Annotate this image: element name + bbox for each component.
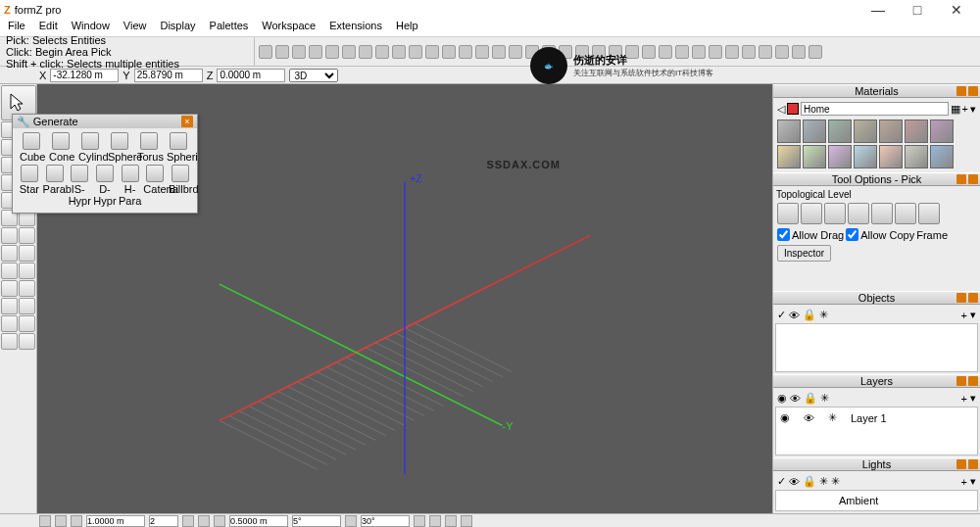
lt-plus-icon[interactable]: +	[961, 476, 967, 488]
maximize-button[interactable]: □	[898, 2, 937, 18]
layers-min-icon[interactable]	[956, 376, 966, 386]
grid-icon[interactable]: ▦	[951, 103, 960, 116]
lt-eye-icon[interactable]: 👁	[789, 476, 800, 488]
toolopt-min-icon[interactable]	[956, 174, 966, 184]
ribbon-tool-30[interactable]	[759, 45, 772, 59]
swatch-10[interactable]	[854, 145, 877, 168]
sb-val5[interactable]	[361, 515, 410, 527]
lights-close-icon[interactable]	[968, 459, 978, 469]
layer-active-icon[interactable]: ◉	[780, 411, 790, 424]
layers-close-icon[interactable]	[968, 376, 978, 386]
objects-list[interactable]	[775, 323, 978, 372]
tool-r11[interactable]	[19, 315, 35, 332]
close-button[interactable]: ✕	[937, 2, 976, 18]
y-input[interactable]	[134, 69, 203, 82]
gen-billbrd[interactable]: Billbrd	[169, 165, 192, 207]
sb-icon-2[interactable]	[55, 515, 67, 527]
swatch-7[interactable]	[777, 145, 801, 168]
ambient-light-label[interactable]: Ambient	[839, 495, 878, 506]
sb-icon-6[interactable]	[214, 515, 225, 527]
ribbon-tool-0[interactable]	[259, 45, 272, 59]
tool-l9[interactable]	[1, 280, 18, 297]
swatch-9[interactable]	[828, 145, 852, 168]
menu-workspace[interactable]: Workspace	[262, 20, 316, 36]
ribbon-tool-5[interactable]	[342, 45, 356, 59]
tool-r7[interactable]	[19, 245, 35, 262]
swatch-8[interactable]	[803, 145, 826, 168]
tool-r12[interactable]	[19, 333, 35, 350]
ribbon-tool-29[interactable]	[742, 45, 756, 59]
tool-r8[interactable]	[19, 263, 35, 279]
topo-hole[interactable]	[918, 203, 940, 224]
material-name-input[interactable]	[801, 102, 949, 116]
ribbon-tool-15[interactable]	[509, 45, 522, 59]
gen-torus[interactable]: Torus	[137, 132, 161, 163]
lt-chevron-icon[interactable]: ▾	[970, 475, 976, 488]
menu-help[interactable]: Help	[396, 20, 418, 36]
ribbon-tool-13[interactable]	[475, 45, 489, 59]
sb-icon-11[interactable]	[461, 515, 472, 527]
mode-select[interactable]: 3D	[289, 69, 338, 82]
l-plus-icon[interactable]: +	[961, 393, 967, 405]
topo-object[interactable]	[871, 203, 893, 224]
star-icon[interactable]: ✳	[819, 309, 828, 321]
x-input[interactable]	[50, 69, 119, 82]
menu-extensions[interactable]: Extensions	[329, 20, 382, 36]
lt-check-icon[interactable]: ✓	[777, 475, 786, 488]
eye-icon[interactable]: 👁	[789, 310, 800, 321]
gen-d-hypr[interactable]: D-Hypr	[93, 165, 117, 207]
materials-close-icon[interactable]	[968, 86, 978, 96]
lights-list[interactable]: Ambient	[775, 490, 978, 511]
tool-l8[interactable]	[1, 263, 18, 279]
allow-drag-checkbox[interactable]: Allow Drag	[777, 228, 844, 241]
ribbon-tool-4[interactable]	[325, 45, 339, 59]
ribbon-tool-6[interactable]	[359, 45, 372, 59]
sb-icon-9[interactable]	[429, 515, 441, 527]
ribbon-tool-31[interactable]	[775, 45, 789, 59]
tool-r9[interactable]	[19, 280, 35, 297]
swatch-6[interactable]	[930, 120, 954, 143]
ribbon-tool-14[interactable]	[492, 45, 506, 59]
gen-h-para[interactable]: H-Para	[119, 165, 142, 207]
swatch-5[interactable]	[905, 120, 928, 143]
ribbon-tool-9[interactable]	[409, 45, 422, 59]
generate-palette[interactable]: 🔧 Generate× CubeConeCylindSphereTorusSph…	[12, 114, 198, 214]
gen-star[interactable]: Star	[18, 165, 41, 207]
inspector-button[interactable]: Inspector	[777, 245, 831, 262]
topo-group[interactable]	[895, 203, 916, 224]
objects-min-icon[interactable]	[956, 293, 966, 303]
topo-outline[interactable]	[824, 203, 846, 224]
swatch-3[interactable]	[854, 120, 877, 143]
check-icon[interactable]: ✓	[777, 309, 786, 321]
lt-star2-icon[interactable]: ✳	[831, 475, 840, 488]
lights-min-icon[interactable]	[956, 459, 966, 469]
gen-cone[interactable]: Cone	[49, 132, 73, 163]
gen-parabl[interactable]: Parabl	[43, 165, 67, 207]
ribbon-tool-2[interactable]	[292, 45, 306, 59]
swatch-4[interactable]	[879, 120, 903, 143]
ribbon-tool-33[interactable]	[808, 45, 822, 59]
gen-cylind[interactable]: Cylind	[78, 132, 102, 163]
tool-l7[interactable]	[1, 245, 18, 262]
toolopt-close-icon[interactable]	[968, 174, 978, 184]
materials-min-icon[interactable]	[956, 86, 966, 96]
l-star-icon[interactable]: ✳	[820, 392, 829, 405]
z-input[interactable]	[217, 69, 285, 82]
layer1-label[interactable]: Layer 1	[851, 412, 887, 424]
sb-val3[interactable]	[229, 515, 288, 527]
lt-star-icon[interactable]: ✳	[819, 475, 828, 488]
tool-l6[interactable]	[1, 227, 18, 244]
allow-copy-checkbox[interactable]: Allow Copy	[846, 228, 914, 241]
ribbon-tool-28[interactable]	[725, 45, 739, 59]
sb-icon-3[interactable]	[71, 515, 82, 527]
swatch-1[interactable]	[803, 120, 826, 143]
layer-flag-icon[interactable]: ✳	[828, 411, 837, 424]
add-icon[interactable]: +	[962, 103, 968, 115]
ribbon-tool-32[interactable]	[792, 45, 806, 59]
dropdown-icon[interactable]: ▾	[970, 103, 976, 116]
tool-l11[interactable]	[1, 315, 18, 332]
ribbon-tool-3[interactable]	[309, 45, 322, 59]
swatch-13[interactable]	[930, 145, 954, 168]
tool-l12[interactable]	[1, 333, 18, 350]
ribbon-tool-10[interactable]	[425, 45, 439, 59]
